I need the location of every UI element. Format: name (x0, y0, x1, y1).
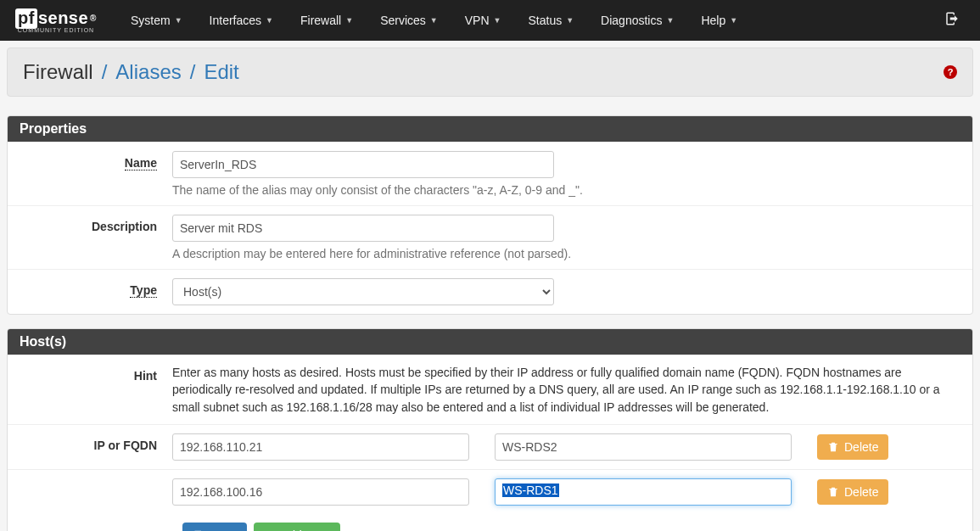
breadcrumb: Firewall / Aliases / Edit (23, 60, 239, 84)
breadcrumb-root: Firewall (23, 60, 93, 84)
type-label: Type (20, 278, 172, 297)
properties-heading: Properties (8, 116, 972, 142)
nav-help[interactable]: Help▼ (687, 2, 751, 39)
caret-down-icon: ▼ (345, 16, 353, 25)
ip-label: IP or FQDN (20, 433, 172, 452)
nav-status[interactable]: Status▼ (514, 2, 587, 39)
caret-down-icon: ▼ (175, 16, 182, 25)
properties-panel: Properties Name The name of the alias ma… (7, 115, 973, 315)
delete-host-button-0[interactable]: Delete (817, 434, 888, 460)
hosts-heading: Host(s) (8, 329, 972, 355)
caret-down-icon: ▼ (566, 16, 574, 25)
name-input[interactable] (172, 151, 554, 178)
hint-label: Hint (20, 364, 172, 383)
hosts-panel: Host(s) Hint Enter as many hosts as desi… (7, 328, 973, 531)
caret-down-icon: ▼ (494, 16, 501, 25)
delete-host-button-1[interactable]: Delete (817, 479, 888, 505)
top-navbar: pfsense® COMMUNITY EDITION System▼ Inter… (0, 0, 980, 41)
nav-interfaces[interactable]: Interfaces▼ (196, 2, 287, 39)
caret-down-icon: ▼ (430, 16, 438, 25)
trash-icon (827, 441, 839, 453)
caret-down-icon: ▼ (730, 16, 737, 25)
help-icon[interactable]: ? (944, 65, 957, 79)
logo[interactable]: pfsense® COMMUNITY EDITION (15, 8, 97, 33)
host-desc-input-1[interactable] (495, 478, 792, 506)
host-ip-input-1[interactable] (172, 478, 469, 506)
nav-items: System▼ Interfaces▼ Firewall▼ Services▼ … (117, 2, 751, 39)
name-label: Name (20, 151, 172, 170)
breadcrumb-aliases-link[interactable]: Aliases (115, 60, 181, 84)
description-input[interactable] (172, 215, 554, 242)
caret-down-icon: ▼ (666, 16, 674, 25)
host-ip-input-0[interactable] (172, 433, 469, 461)
breadcrumb-panel: Firewall / Aliases / Edit ? (7, 48, 973, 97)
hint-text: Enter as many hosts as desired. Hosts mu… (172, 364, 960, 416)
add-host-button[interactable]: Add Host (254, 523, 340, 531)
breadcrumb-edit-link[interactable]: Edit (204, 60, 238, 84)
nav-diagnostics[interactable]: Diagnostics▼ (587, 2, 687, 39)
logout-icon[interactable] (939, 11, 965, 31)
nav-system[interactable]: System▼ (117, 2, 196, 39)
caret-down-icon: ▼ (266, 16, 273, 25)
host-desc-input-0[interactable] (495, 433, 792, 461)
type-select[interactable]: Host(s) (172, 278, 554, 305)
name-help: The name of the alias may only consist o… (172, 183, 960, 197)
description-help: A description may be entered here for ad… (172, 247, 960, 260)
trash-icon (827, 486, 839, 498)
nav-services[interactable]: Services▼ (367, 2, 451, 39)
nav-firewall[interactable]: Firewall▼ (287, 2, 367, 39)
description-label: Description (20, 215, 172, 233)
save-button[interactable]: Save (182, 523, 247, 531)
nav-vpn[interactable]: VPN▼ (451, 2, 515, 39)
